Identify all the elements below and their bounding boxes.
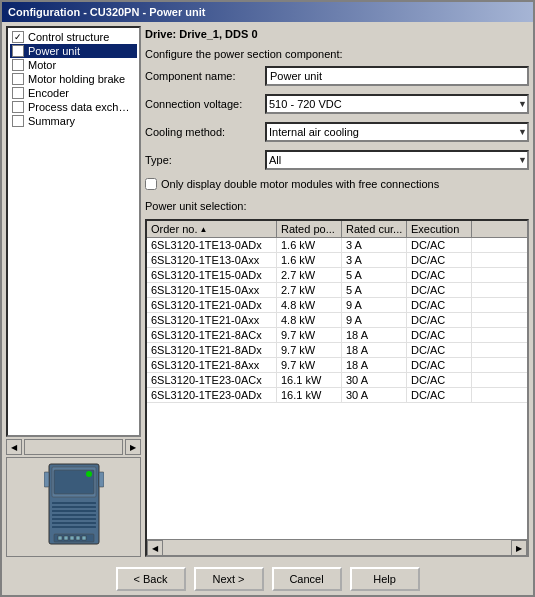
svg-rect-12 xyxy=(64,536,68,540)
device-image xyxy=(6,457,141,557)
svg-rect-4 xyxy=(52,506,96,508)
tree-item[interactable]: Encoder xyxy=(10,86,137,100)
table-row[interactable]: 6SL3120-1TE13-0Axx1.6 kW3 ADC/AC xyxy=(147,253,527,268)
connection-voltage-wrapper: 510 - 720 VDC380 - 480 VDC200 - 240 VDC … xyxy=(265,94,529,114)
tree-scroll-track[interactable] xyxy=(24,439,123,455)
window-title: Configuration - CU320PN - Power unit xyxy=(8,6,205,18)
svg-rect-18 xyxy=(99,472,104,487)
table-cell: DC/AC xyxy=(407,358,472,372)
svg-rect-13 xyxy=(70,536,74,540)
sort-arrow: ▲ xyxy=(199,225,207,234)
help-button[interactable]: Help xyxy=(350,567,420,591)
col-rated-current[interactable]: Rated cur... xyxy=(342,221,407,237)
table-cell: 5 A xyxy=(342,283,407,297)
col-rated-current-label: Rated cur... xyxy=(346,223,402,235)
table-cell: 6SL3120-1TE13-0Axx xyxy=(147,253,277,267)
cancel-button[interactable]: Cancel xyxy=(272,567,342,591)
col-rated-power[interactable]: Rated po... xyxy=(277,221,342,237)
table-cell: 6SL3120-1TE21-0ADx xyxy=(147,298,277,312)
right-panel: Drive: Drive_1, DDS 0 Configure the powe… xyxy=(145,26,529,557)
table-row[interactable]: 6SL3120-1TE21-8ACx9.7 kW18 ADC/AC xyxy=(147,328,527,343)
tree-item-checkbox[interactable] xyxy=(12,115,24,127)
h-scroll-track[interactable] xyxy=(163,540,511,555)
back-button[interactable]: < Back xyxy=(116,567,186,591)
tree-item-checkbox[interactable] xyxy=(12,87,24,99)
scroll-header-spacer xyxy=(472,221,488,237)
svg-rect-3 xyxy=(52,502,96,504)
tree-item-checkbox[interactable] xyxy=(12,45,24,57)
col-order[interactable]: Order no. ▲ xyxy=(147,221,277,237)
component-name-row: Component name: xyxy=(145,66,529,86)
tree-item[interactable]: Motor holding brake xyxy=(10,72,137,86)
component-name-input[interactable] xyxy=(265,66,529,86)
table-row[interactable]: 6SL3120-1TE15-0Axx2.7 kW5 ADC/AC xyxy=(147,283,527,298)
tree-item[interactable]: ✓Control structure xyxy=(10,30,137,44)
table-cell: 6SL3120-1TE15-0ADx xyxy=(147,268,277,282)
type-row: Type: AllBooksizeChassis ▼ xyxy=(145,150,529,170)
table-row[interactable]: 6SL3120-1TE21-0ADx4.8 kW9 ADC/AC xyxy=(147,298,527,313)
tree-panel[interactable]: ✓Control structurePower unitMotorMotor h… xyxy=(6,26,141,437)
tree-item[interactable]: Motor xyxy=(10,58,137,72)
table-cell: 3 A xyxy=(342,253,407,267)
table-row[interactable]: 6SL3120-1TE23-0ACx16.1 kW30 ADC/AC xyxy=(147,373,527,388)
table-cell: 2.7 kW xyxy=(277,268,342,282)
button-bar: < Back Next > Cancel Help xyxy=(2,561,533,595)
svg-rect-9 xyxy=(52,526,96,528)
tree-item-checkbox[interactable] xyxy=(12,101,24,113)
table-body[interactable]: 6SL3120-1TE13-0ADx1.6 kW3 ADC/AC6SL3120-… xyxy=(147,238,527,539)
main-window: Configuration - CU320PN - Power unit ✓Co… xyxy=(0,0,535,597)
table-header: Order no. ▲ Rated po... Rated cur... Exe… xyxy=(147,221,527,238)
tree-item-label: Motor xyxy=(28,59,56,71)
tree-item-label: Motor holding brake xyxy=(28,73,125,85)
cooling-method-wrapper: Internal air coolingExternal air cooling… xyxy=(265,122,529,142)
tree-scroll-left[interactable]: ◀ xyxy=(6,439,22,455)
cooling-method-label: Cooling method: xyxy=(145,126,265,138)
tree-item-checkbox[interactable] xyxy=(12,59,24,71)
table-cell: 4.8 kW xyxy=(277,298,342,312)
connection-voltage-select[interactable]: 510 - 720 VDC380 - 480 VDC200 - 240 VDC xyxy=(265,94,529,114)
svg-rect-14 xyxy=(76,536,80,540)
tree-item[interactable]: Summary xyxy=(10,114,137,128)
table-cell: 9 A xyxy=(342,313,407,327)
table-row[interactable]: 6SL3120-1TE13-0ADx1.6 kW3 ADC/AC xyxy=(147,238,527,253)
tree-item-checkbox[interactable] xyxy=(12,73,24,85)
tree-item[interactable]: Power unit xyxy=(10,44,137,58)
table-cell: 6SL3120-1TE13-0ADx xyxy=(147,238,277,252)
table-cell: 16.1 kW xyxy=(277,373,342,387)
table-cell: 6SL3120-1TE15-0Axx xyxy=(147,283,277,297)
cooling-method-select[interactable]: Internal air coolingExternal air cooling… xyxy=(265,122,529,142)
configure-label: Configure the power section component: xyxy=(145,46,529,62)
table-row[interactable]: 6SL3120-1TE21-8ADx9.7 kW18 ADC/AC xyxy=(147,343,527,358)
table-cell: 6SL3120-1TE23-0ACx xyxy=(147,373,277,387)
table-container: Order no. ▲ Rated po... Rated cur... Exe… xyxy=(145,219,529,557)
checkbox-row: Only display double motor modules with f… xyxy=(145,178,529,190)
svg-rect-5 xyxy=(52,510,96,512)
table-cell: DC/AC xyxy=(407,298,472,312)
h-scroll-right-btn[interactable]: ▶ xyxy=(511,540,527,556)
col-execution[interactable]: Execution xyxy=(407,221,472,237)
table-cell: 3 A xyxy=(342,238,407,252)
table-row[interactable]: 6SL3120-1TE23-0ADx16.1 kW30 ADC/AC xyxy=(147,388,527,403)
next-button[interactable]: Next > xyxy=(194,567,264,591)
type-select[interactable]: AllBooksizeChassis xyxy=(265,150,529,170)
table-row[interactable]: 6SL3120-1TE21-0Axx4.8 kW9 ADC/AC xyxy=(147,313,527,328)
device-illustration xyxy=(44,462,104,552)
table-row[interactable]: 6SL3120-1TE15-0ADx2.7 kW5 ADC/AC xyxy=(147,268,527,283)
title-bar: Configuration - CU320PN - Power unit xyxy=(2,2,533,22)
tree-item[interactable]: Process data exchang xyxy=(10,100,137,114)
tree-item-checkbox[interactable]: ✓ xyxy=(12,31,24,43)
table-cell: 1.6 kW xyxy=(277,253,342,267)
tree-item-label: Encoder xyxy=(28,87,69,99)
table-cell: 18 A xyxy=(342,328,407,342)
table-cell: 30 A xyxy=(342,373,407,387)
tree-scroll-right[interactable]: ▶ xyxy=(125,439,141,455)
table-cell: 30 A xyxy=(342,388,407,402)
double-motor-checkbox[interactable] xyxy=(145,178,157,190)
type-wrapper: AllBooksizeChassis ▼ xyxy=(265,150,529,170)
table-cell: 9 A xyxy=(342,298,407,312)
table-cell: 9.7 kW xyxy=(277,358,342,372)
table-cell: 6SL3120-1TE21-0Axx xyxy=(147,313,277,327)
h-scroll-left-btn[interactable]: ◀ xyxy=(147,540,163,556)
table-row[interactable]: 6SL3120-1TE21-8Axx9.7 kW18 ADC/AC xyxy=(147,358,527,373)
svg-rect-17 xyxy=(44,472,49,487)
